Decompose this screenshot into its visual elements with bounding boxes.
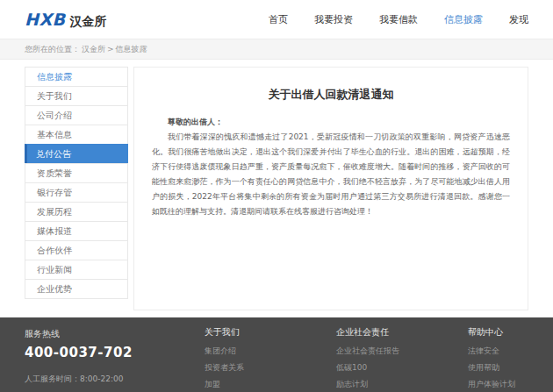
sidebar-item-honors[interactable]: 资质荣誉 (25, 163, 128, 183)
nav-item-invest[interactable]: 我要投资 (314, 13, 353, 26)
breadcrumb: 您所在的位置： 汉金所 > 信息披露 (0, 39, 553, 60)
main-content: 信息披露 关于我们 公司介绍 基本信息 兑付公告 资质荣誉 银行存管 发展历程 … (0, 60, 553, 319)
footer-column-about: 关于我们 集团介绍 投资者关系 加盟 (205, 326, 336, 392)
footer-column-help: 帮助中心 法律安全 使用帮助 用户体验计划 (468, 326, 553, 392)
service-time: 人工服务时间：8:00-22:00 (25, 374, 178, 385)
breadcrumb-separator: > (107, 45, 114, 53)
footer-link-ux-plan[interactable]: 用户体验计划 (468, 379, 553, 390)
footer: 服务热线 400-0037-702 人工服务时间：8:00-22:00 关于我们… (0, 317, 553, 392)
header: HXB 汉金所 首页 我要投资 我要借款 信息披露 发现 (0, 0, 553, 39)
article-panel: 关于出借人回款清退通知 尊敬的出借人： 我们带着深深的愧疚和遗憾走过了2021，… (133, 67, 528, 310)
sidebar-item-partners[interactable]: 合作伙伴 (25, 240, 128, 260)
sidebar-item-disclosure[interactable]: 信息披露 (25, 67, 128, 87)
sidebar-item-media[interactable]: 媒体报道 (25, 221, 128, 241)
footer-columns: 关于我们 集团介绍 投资者关系 加盟 企业社会责任 企业社会责任报告 低碳100… (178, 326, 553, 392)
footer-link-group-intro[interactable]: 集团介绍 (205, 346, 336, 357)
sidebar: 信息披露 关于我们 公司介绍 基本信息 兑付公告 资质荣誉 银行存管 发展历程 … (25, 67, 128, 310)
main-nav: 首页 我要投资 我要借款 信息披露 发现 (269, 13, 528, 26)
hotline-label: 服务热线 (25, 328, 178, 340)
breadcrumb-site-link[interactable]: 汉金所 (82, 44, 105, 55)
footer-hotline: 服务热线 400-0037-702 人工服务时间：8:00-22:00 (25, 326, 178, 392)
sidebar-item-industry-news[interactable]: 行业新闻 (25, 260, 128, 280)
article-paragraph: 我们带着深深的愧疚和遗憾走过了2021，受新冠疫情和一刀切政策的双重影响，网贷资… (152, 130, 510, 219)
article-body: 尊敬的出借人： 我们带着深深的愧疚和遗憾走过了2021，受新冠疫情和一刀切政策的… (152, 115, 510, 219)
footer-link-inspiration-plan[interactable]: 励志计划 (336, 379, 468, 390)
logo-text-en: HXB (25, 10, 66, 29)
breadcrumb-prefix: 您所在的位置： (25, 44, 80, 55)
nav-item-home[interactable]: 首页 (269, 13, 288, 26)
footer-link-csr-report[interactable]: 企业社会责任报告 (336, 346, 468, 357)
footer-link-investor-relations[interactable]: 投资者关系 (205, 362, 336, 374)
footer-column-csr: 企业社会责任 企业社会责任报告 低碳100 励志计划 (336, 326, 468, 392)
nav-item-discover[interactable]: 发现 (509, 13, 528, 26)
nav-item-borrow[interactable]: 我要借款 (379, 13, 418, 26)
logo[interactable]: HXB 汉金所 (25, 10, 107, 30)
footer-link-legal-safety[interactable]: 法律安全 (468, 346, 553, 357)
footer-column-title: 企业社会责任 (336, 326, 468, 339)
sidebar-item-payment-notice[interactable]: 兑付公告 (25, 144, 128, 164)
sidebar-item-history[interactable]: 发展历程 (25, 202, 128, 222)
breadcrumb-current: 信息披露 (116, 44, 147, 55)
sidebar-item-about[interactable]: 关于我们 (25, 86, 128, 106)
logo-text-cn: 汉金所 (70, 14, 107, 30)
sidebar-item-advantages[interactable]: 企业优势 (25, 279, 128, 299)
footer-column-title: 帮助中心 (468, 326, 553, 339)
sidebar-item-company-intro[interactable]: 公司介绍 (25, 105, 128, 125)
sidebar-item-basic-info[interactable]: 基本信息 (25, 125, 128, 145)
hotline-number: 400-0037-702 (25, 345, 178, 360)
article-title: 关于出借人回款清退通知 (152, 87, 510, 103)
sidebar-item-bank-depository[interactable]: 银行存管 (25, 182, 128, 203)
footer-column-title: 关于我们 (205, 326, 336, 339)
footer-link-join[interactable]: 加盟 (205, 379, 336, 390)
footer-link-low-carbon[interactable]: 低碳100 (336, 362, 468, 374)
nav-item-disclosure[interactable]: 信息披露 (444, 13, 483, 26)
article-greeting: 尊敬的出借人： (152, 115, 510, 130)
footer-link-usage-help[interactable]: 使用帮助 (468, 362, 553, 374)
